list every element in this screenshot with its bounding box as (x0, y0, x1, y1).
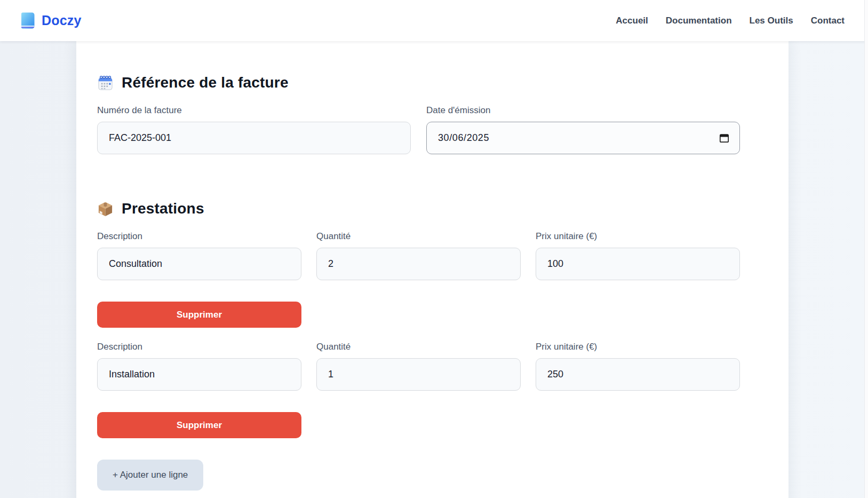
invoice-number-field: Numéro de la facture (97, 105, 411, 154)
spiral-calendar-icon (97, 75, 114, 91)
delete-row-button[interactable]: Supprimer (97, 412, 301, 438)
nav-item-documentation[interactable]: Documentation (666, 15, 732, 26)
item-description-input[interactable] (97, 358, 301, 391)
brand-name: Doczy (42, 13, 82, 28)
item-row: Description Quantité Prix unitaire (€) S… (97, 342, 740, 438)
package-icon (97, 201, 114, 217)
item-unit-price-label: Prix unitaire (€) (536, 342, 740, 352)
item-unit-price-field: Prix unitaire (€) (536, 342, 740, 391)
item-description-input[interactable] (97, 248, 301, 280)
app-viewport: Doczy Accueil Documentation Les Outils C… (0, 0, 868, 498)
nav-item-contact[interactable]: Contact (811, 15, 845, 26)
issue-date-value: 30/06/2025 (438, 132, 489, 144)
item-quantity-field: Quantité (316, 231, 521, 280)
blue-book-icon (20, 12, 35, 29)
items-section: Prestations Description Quantité Prix un… (97, 200, 740, 491)
reference-fields: Numéro de la facture Date d'émission 30/… (97, 105, 740, 154)
item-unit-price-input[interactable] (536, 358, 740, 391)
item-description-label: Description (97, 342, 301, 352)
item-quantity-field: Quantité (316, 342, 521, 391)
add-row-button[interactable]: + Ajouter une ligne (97, 460, 203, 491)
reference-section-title-text: Référence de la facture (122, 74, 289, 91)
issue-date-input[interactable]: 30/06/2025 (426, 122, 740, 154)
reference-section: Référence de la facture Numéro de la fac… (97, 74, 740, 154)
item-unit-price-label: Prix unitaire (€) (536, 231, 740, 242)
invoice-form-card: Référence de la facture Numéro de la fac… (76, 41, 789, 498)
date-picker-icon[interactable] (719, 132, 730, 144)
item-description-label: Description (97, 231, 301, 242)
reference-section-title: Référence de la facture (97, 74, 740, 91)
invoice-number-label: Numéro de la facture (97, 105, 411, 116)
delete-row-button[interactable]: Supprimer (97, 302, 301, 328)
main-nav: Accueil Documentation Les Outils Contact (616, 15, 845, 26)
invoice-number-input[interactable] (97, 122, 411, 154)
item-quantity-label: Quantité (316, 342, 521, 352)
item-quantity-input[interactable] (316, 358, 521, 391)
nav-item-accueil[interactable]: Accueil (616, 15, 648, 26)
item-quantity-label: Quantité (316, 231, 521, 242)
issue-date-label: Date d'émission (426, 105, 740, 116)
item-quantity-input[interactable] (316, 248, 521, 280)
items-section-title-text: Prestations (122, 200, 204, 217)
item-unit-price-field: Prix unitaire (€) (536, 231, 740, 280)
item-unit-price-input[interactable] (536, 248, 740, 280)
issue-date-field: Date d'émission 30/06/2025 (426, 105, 740, 154)
item-row: Description Quantité Prix unitaire (€) S… (97, 231, 740, 328)
item-description-field: Description (97, 231, 301, 280)
page-scrollbar[interactable] (864, 0, 868, 498)
nav-item-les-outils[interactable]: Les Outils (750, 15, 793, 26)
top-navbar: Doczy Accueil Documentation Les Outils C… (0, 0, 868, 41)
items-section-title: Prestations (97, 200, 740, 217)
brand-logo[interactable]: Doczy (20, 12, 82, 29)
item-description-field: Description (97, 342, 301, 391)
